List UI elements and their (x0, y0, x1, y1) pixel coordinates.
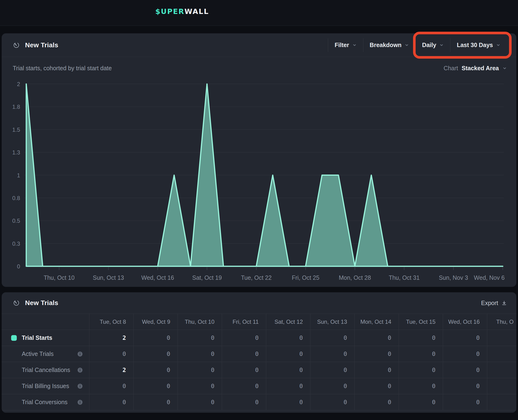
table-cell: 0 (178, 330, 222, 346)
export-label: Export (481, 300, 498, 307)
table-cell: 0 (443, 346, 487, 362)
x-axis-tick-label: Sat, Oct 19 (192, 274, 222, 281)
timer-icon (13, 42, 20, 49)
table-cell: 0 (266, 394, 310, 410)
table-cell: 0 (354, 330, 399, 346)
table-cell: 0 (354, 394, 399, 410)
column-header: Thu, O (487, 314, 516, 330)
table-cell: 0 (310, 378, 354, 394)
app-header: $UPERWALL (0, 0, 518, 26)
x-axis-tick-label: Tue, Oct 22 (241, 274, 272, 281)
table-cell: 0 (222, 362, 266, 378)
table-cell (487, 378, 516, 394)
table-cell: 0 (443, 394, 487, 410)
table-cell: 0 (178, 346, 222, 362)
y-axis-tick-label: 0 (17, 263, 20, 270)
time-range-group: Daily Last 30 Days (415, 38, 507, 52)
chevron-down-icon (496, 43, 501, 47)
x-axis-tick-label: Wed, Oct 16 (141, 274, 174, 281)
column-header: Sat, Oct 12 (266, 314, 310, 330)
info-icon[interactable] (77, 367, 83, 373)
table-cell (487, 394, 516, 410)
new-trials-chart-panel: New Trials Filter Breakdown Da (2, 33, 516, 287)
table-cell: 0 (222, 330, 266, 346)
table-cell: 0 (133, 362, 178, 378)
table-cell: 0 (399, 378, 443, 394)
filter-dropdown[interactable]: Filter (328, 42, 363, 48)
table-cell: 0 (266, 362, 310, 378)
chart-subheader: Trial starts, cohorted by trial start da… (2, 57, 516, 72)
column-header: Wed, Oct 16 (443, 314, 487, 330)
table-cell: 0 (89, 346, 133, 362)
new-trials-table-panel: New Trials Export Tue, Oct 8Wed, Oct 9Th… (2, 292, 516, 413)
y-axis-tick-label: 1 (17, 172, 20, 179)
table-cell: 2 (89, 362, 133, 378)
table-cell: 0 (89, 394, 133, 410)
row-label: Trial Conversions (2, 394, 89, 410)
x-axis-tick-label: Thu, Oct 10 (44, 274, 75, 281)
y-axis-tick-label: 1.3 (12, 149, 20, 156)
table-cell (487, 362, 516, 378)
column-header: Sun, Oct 13 (310, 314, 354, 330)
table-cell: 0 (222, 378, 266, 394)
table-cell: 0 (222, 346, 266, 362)
table-cell: 0 (178, 362, 222, 378)
row-label: Active Trials (2, 346, 89, 362)
table-cell: 0 (222, 394, 266, 410)
chevron-down-icon (352, 43, 357, 47)
granularity-dropdown[interactable]: Daily (416, 42, 450, 48)
table-cell: 0 (178, 394, 222, 410)
timer-icon (13, 299, 20, 307)
column-header: Thu, Oct 10 (178, 314, 222, 330)
table-cell: 0 (133, 346, 178, 362)
x-axis-tick-label: Wed, Nov 6 (474, 274, 504, 281)
column-header: Mon, Oct 14 (354, 314, 399, 330)
chart-type-label: Chart (444, 65, 458, 72)
table-cell: 0 (399, 362, 443, 378)
date-range-dropdown[interactable]: Last 30 Days (450, 42, 507, 48)
chart-type-dropdown[interactable]: Chart Stacked Area (444, 65, 507, 72)
trials-table: Tue, Oct 8Wed, Oct 9Thu, Oct 10Fri, Oct … (2, 314, 516, 410)
row-label-text: Trial Billing Issues (22, 383, 69, 390)
table-cell: 0 (178, 378, 222, 394)
row-label-text: Trial Conversions (22, 399, 68, 405)
table-cell: 0 (443, 362, 487, 378)
download-icon (502, 300, 507, 306)
table-cell: 0 (310, 362, 354, 378)
table-cell: 0 (266, 378, 310, 394)
info-icon[interactable] (77, 399, 83, 405)
table-cell: 0 (310, 346, 354, 362)
table-cell: 0 (399, 346, 443, 362)
table-cell: 0 (399, 330, 443, 346)
row-label-text: Trial Cancellations (22, 367, 70, 373)
y-axis-tick-label: 2 (17, 81, 20, 87)
area-series-trial-starts (26, 84, 503, 266)
table-cell: 0 (443, 378, 487, 394)
x-axis-tick-label: Fri, Oct 25 (292, 274, 319, 281)
y-axis-tick-label: 0.8 (12, 195, 20, 201)
row-label-text: Active Trials (22, 351, 54, 357)
chart-controls: Filter Breakdown Daily (328, 38, 507, 52)
chevron-down-icon (502, 66, 507, 70)
chevron-down-icon (439, 43, 444, 47)
y-axis-tick-label: 0.5 (12, 218, 20, 224)
table-cell: 0 (133, 378, 178, 394)
info-icon[interactable] (77, 383, 83, 389)
table-corner-cell (2, 314, 89, 330)
table-panel-title: New Trials (25, 299, 58, 307)
export-button[interactable]: Export (481, 300, 507, 307)
table-cell: 0 (266, 346, 310, 362)
logo-suffix: WALL (185, 7, 209, 16)
y-axis-tick-label: 1.8 (12, 104, 20, 110)
table-cell (487, 346, 516, 362)
breakdown-dropdown[interactable]: Breakdown (363, 42, 416, 48)
info-icon[interactable] (77, 351, 83, 357)
superwall-logo: $UPERWALL (155, 7, 209, 16)
row-label-text: Trial Starts (22, 334, 52, 341)
chevron-down-icon (405, 43, 409, 47)
table-cell: 2 (89, 330, 133, 346)
row-label: Trial Cancellations (2, 362, 89, 378)
x-axis-tick-label: Sun, Nov 3 (439, 274, 468, 281)
table-cell: 0 (399, 394, 443, 410)
column-header: Wed, Oct 9 (133, 314, 178, 330)
